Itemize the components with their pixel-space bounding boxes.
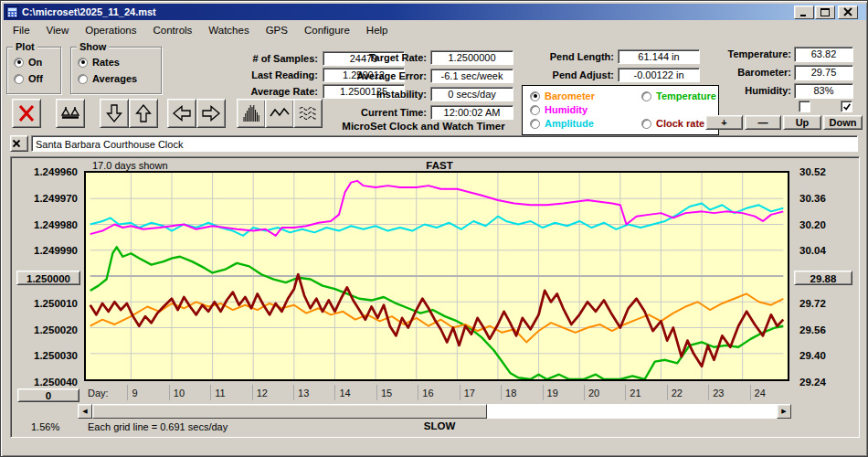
arrow-down-icon [103,102,125,124]
minus-button[interactable]: — [745,115,781,130]
arrow-down-button[interactable] [100,99,129,128]
show-option-rates[interactable]: Rates [78,57,120,68]
radio-label: Averages [92,73,137,84]
radio-icon[interactable] [530,105,540,115]
day-axis-separator [210,385,211,400]
scales-button[interactable] [56,99,85,128]
humidity-value[interactable]: 83% [794,83,853,99]
radio-label: Off [28,73,43,84]
day-axis-separator [252,385,253,400]
delete-x-button[interactable] [12,99,41,128]
right-axis-center-button[interactable]: 29.88 [794,271,852,285]
menu-view[interactable]: View [38,24,78,37]
legend-option-humidity[interactable]: Humidity [530,104,587,115]
timer-name-field[interactable]: Santa Barbara Courthouse Clock [31,135,858,152]
day-axis-separator [127,385,128,400]
radio-icon[interactable] [14,58,24,68]
barometer-label: Barometer: [654,67,791,78]
legend-option-barometer[interactable]: Barometer [530,90,595,101]
legend-label: Amplitude [545,118,594,129]
down-button[interactable]: Down [823,115,863,130]
scroll-right-arrow[interactable]: ▶ [777,404,791,419]
series-amplitude [90,204,784,236]
arrow-up-button[interactable] [129,99,158,128]
day-tick-label: 9 [132,388,137,399]
radio-icon[interactable] [14,74,24,84]
chart-scrollbar[interactable]: ◀ ▶ [78,404,791,419]
legend-label: Barometer [545,90,595,101]
right-axis-tick: 29.24 [799,377,826,388]
day-axis-separator [293,385,294,400]
pend-length-label: Pend Length: [477,51,614,62]
menu-help[interactable]: Help [358,24,397,37]
radio-icon[interactable] [641,91,651,101]
arrow-left-icon [171,102,193,124]
day-tick-label: 18 [505,388,516,399]
temperature-value[interactable]: 63.82 [794,47,853,62]
current-time-value[interactable]: 12:00:02 AM [430,105,513,120]
zigzag-icon [269,102,291,124]
menu-gps[interactable]: GPS [258,24,296,37]
histogram-icon [240,102,262,124]
target-rate-label: Target Rate: [290,52,427,63]
radio-icon[interactable] [530,91,540,101]
legend-label: Clock rate [656,118,704,129]
window-title: C:\microset\2025_11_24.mst [22,6,156,17]
minimize-button[interactable] [794,5,814,19]
menu-configure[interactable]: Configure [296,24,358,37]
radio-icon[interactable] [530,119,540,129]
close-button[interactable] [838,5,858,19]
plot-group-label: Plot [13,41,37,52]
scroll-left-arrow[interactable]: ◀ [78,404,92,419]
plot-option-on[interactable]: On [14,57,42,68]
right-axis-tick: 30.36 [799,193,826,204]
title-bar[interactable]: C:\microset\2025_11_24.mst [4,4,866,20]
zigzag-button[interactable] [265,99,294,128]
radio-icon[interactable] [78,74,88,84]
temperature-label: Temperature: [654,48,791,59]
plot-option-off[interactable]: Off [14,73,43,84]
day-tick-label: 20 [588,388,599,399]
scrollbar-thumb[interactable] [92,404,487,419]
percent-label: 1.56% [31,421,59,432]
day-tick-label: 23 [713,388,724,399]
histogram-button[interactable] [237,99,266,128]
arrow-left-button[interactable] [167,99,196,128]
waves-button[interactable] [293,99,323,128]
waves-icon [297,102,319,124]
radio-icon[interactable] [641,119,651,129]
plus-button[interactable]: + [705,115,743,130]
right-axis-tick: 30.20 [799,219,826,230]
arrow-right-button[interactable] [196,99,226,128]
arrow-right-icon [200,102,222,124]
menu-watches[interactable]: Watches [200,24,257,37]
instability-value[interactable]: 0 secs/day [430,87,513,101]
legend-option-amplitude[interactable]: Amplitude [530,118,594,129]
clear-name-button[interactable] [10,135,28,152]
maximize-button[interactable] [815,5,835,19]
app-caption: MicroSet Clock and Watch Timer [316,121,531,132]
app-window: C:\microset\2025_11_24.mst FileViewOpera… [0,0,868,457]
day-axis-separator [667,385,668,400]
up-button[interactable]: Up [783,115,821,130]
right-axis-tick: 30.04 [799,245,826,256]
slow-label: SLOW [394,420,485,431]
barometer-value[interactable]: 29.75 [794,65,853,80]
show-option-averages[interactable]: Averages [78,73,137,84]
env-checkbox-2[interactable] [841,101,852,112]
left-axis-tick: 1.250040 [14,377,78,388]
legend-option-clock-rate[interactable]: Clock rate [641,118,704,129]
zero-offset-button[interactable]: 0 [17,388,79,402]
radio-icon[interactable] [78,58,88,68]
menu-file[interactable]: File [5,24,38,37]
left-axis-center-button[interactable]: 1.250000 [16,271,80,285]
menu-controls[interactable]: Controls [145,24,201,37]
left-axis-tick: 1.250020 [14,324,78,335]
radio-label: On [28,57,42,68]
env-checkbox-1[interactable] [799,101,810,112]
day-axis-separator [501,385,502,400]
right-axis-tick: 29.40 [799,350,826,361]
menu-operations[interactable]: Operations [77,24,144,37]
show-groupbox: Show [70,47,162,94]
right-axis-tick: 29.56 [799,324,826,335]
